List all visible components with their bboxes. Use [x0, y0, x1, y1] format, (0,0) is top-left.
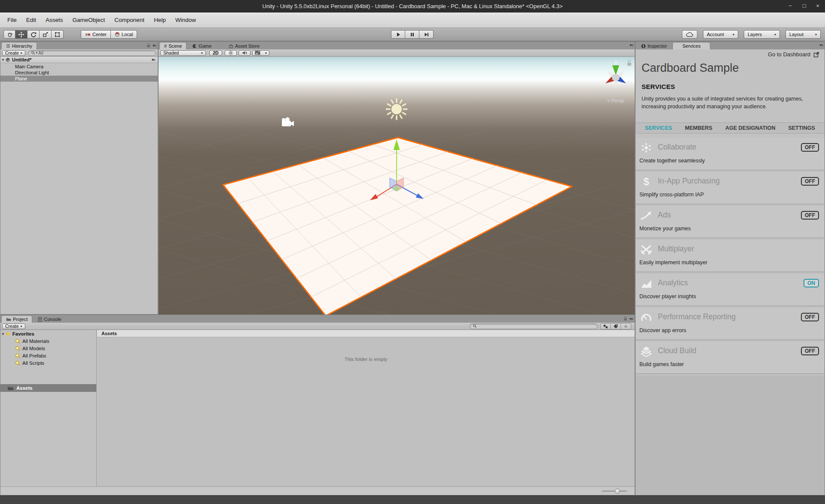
service-card-performance-reporting[interactable]: Performance Reporting OFF Discover app e… [636, 308, 825, 339]
lock-icon[interactable] [147, 43, 150, 48]
assets-folder-row[interactable]: Assets [0, 384, 96, 392]
nav-tab-members[interactable]: MEMBERS [685, 125, 712, 131]
scene-audio-toggle[interactable] [238, 50, 251, 56]
scene-3d-view[interactable]: y x z < Persp [159, 57, 635, 315]
scene-viewport[interactable]: y x z < Persp [159, 57, 635, 315]
service-status-badge[interactable]: OFF [801, 347, 819, 355]
multiplayer-icon [640, 244, 653, 255]
service-card-multiplayer[interactable]: Multiplayer Easily implement multiplayer [636, 240, 825, 272]
favorites-item-all-materials[interactable]: All Materials [0, 338, 96, 345]
service-name: Cloud Build [658, 346, 697, 355]
hierarchy-item-plane[interactable]: Plane [0, 76, 158, 82]
panel-menu-icon[interactable]: ▾≡ [629, 43, 633, 47]
inspector-tabstrip: Inspector Services ▾≡ [636, 42, 825, 49]
menu-window[interactable]: Window [171, 12, 201, 27]
service-card-collaborate[interactable]: Collaborate OFF Create together seamless… [636, 138, 825, 170]
service-card-iap[interactable]: $ In-App Purchasing OFF Simplify cross-p… [636, 172, 825, 204]
layers-dropdown[interactable]: Layers ▾ [744, 30, 780, 39]
menu-assets[interactable]: Assets [41, 12, 68, 27]
nav-tab-age-designation[interactable]: AGE DESIGNATION [725, 125, 775, 131]
chevron-down-icon: ▾ [21, 324, 22, 328]
scene-lighting-toggle[interactable] [225, 50, 237, 56]
go-to-dashboard-link[interactable]: Go to Dashboard [768, 51, 819, 58]
project-search-input[interactable] [470, 324, 598, 329]
favorites-filter-button[interactable]: ★ [621, 323, 631, 330]
filter-by-label-button[interactable] [611, 323, 621, 330]
chevron-down-icon: ▾ [21, 51, 22, 55]
2d-toggle-button[interactable]: 2D [209, 50, 222, 56]
service-status-badge[interactable]: OFF [801, 177, 819, 186]
scene-effects-dropdown[interactable]: ▾ [252, 50, 269, 56]
local-pivot-icon [115, 32, 120, 37]
hierarchy-item-main-camera[interactable]: Main Camera [0, 64, 158, 70]
menu-gameobject[interactable]: GameObject [68, 12, 110, 27]
perspective-label[interactable]: < Persp [607, 98, 624, 103]
account-dropdown[interactable]: Account ▾ [703, 30, 738, 39]
rect-tool-button[interactable] [52, 30, 64, 39]
tab-inspector[interactable]: Inspector [636, 42, 672, 49]
layout-dropdown[interactable]: Layout ▾ [785, 30, 821, 39]
disclosure-triangle-icon[interactable]: ▼ [0, 330, 6, 338]
nav-tab-services[interactable]: SERVICES [645, 125, 672, 131]
pivot-center-button[interactable]: Center [81, 30, 111, 39]
step-button[interactable] [419, 30, 434, 39]
shading-mode-dropdown[interactable]: Shaded ▾ [160, 50, 206, 56]
move-tool-button[interactable] [15, 30, 28, 39]
orientation-gizmo-cube[interactable] [612, 74, 619, 81]
hierarchy-item-directional-light[interactable]: Directional Light [0, 70, 158, 76]
favorites-item-all-prefabs[interactable]: All Prefabs [0, 352, 96, 360]
service-card-cloud-build[interactable]: Cloud Build OFF Build games faster [636, 342, 825, 373]
tab-project[interactable]: Project [1, 315, 32, 323]
tab-scene[interactable]: # Scene [159, 42, 186, 49]
tab-console[interactable]: Console [33, 315, 66, 323]
menu-file[interactable]: File [3, 12, 21, 27]
hierarchy-create-button[interactable]: Create ▾ [2, 50, 25, 56]
service-card-analytics[interactable]: Analytics ON Discover player insights [636, 274, 825, 305]
service-status-badge[interactable]: OFF [801, 211, 819, 220]
rotate-tool-button[interactable] [28, 30, 40, 39]
service-status-badge[interactable]: OFF [801, 143, 819, 152]
project-create-button[interactable]: Create ▾ [2, 324, 25, 329]
assets-folder-label: Assets [16, 385, 33, 391]
nav-tab-settings[interactable]: SETTINGS [788, 125, 815, 131]
favorites-item-all-scripts[interactable]: All Scripts [0, 360, 96, 367]
lock-icon[interactable] [623, 316, 627, 321]
hierarchy-tab-label: Hierarchy [12, 43, 32, 49]
playmode-controls [391, 30, 434, 39]
pause-button[interactable] [405, 30, 419, 39]
service-status-badge[interactable]: OFF [801, 313, 819, 321]
panel-menu-icon[interactable]: ▾≡ [629, 317, 633, 321]
service-status-badge[interactable]: ON [804, 279, 819, 287]
in-app-purchasing-icon: $ [640, 176, 653, 187]
go-to-dashboard-label: Go to Dashboard [768, 51, 810, 58]
project-assets-column[interactable]: Assets This folder is empty [97, 330, 635, 486]
tab-game[interactable]: Game [187, 42, 216, 49]
menu-help[interactable]: Help [149, 12, 171, 27]
panel-menu-icon[interactable]: ▾≡ [819, 43, 823, 47]
hand-tool-button[interactable] [3, 30, 15, 39]
play-button[interactable] [391, 30, 405, 39]
panel-menu-icon[interactable]: ▾≡ [153, 43, 156, 48]
cloud-services-button[interactable] [682, 30, 697, 39]
minimize-button[interactable]: − [784, 0, 797, 12]
icon-size-slider-knob[interactable] [615, 489, 620, 494]
maximize-button[interactable]: □ [798, 0, 811, 12]
favorites-header[interactable]: ▼ ★ Favorites [0, 330, 96, 338]
filter-by-type-button[interactable] [600, 323, 611, 330]
tab-services[interactable]: Services [672, 42, 710, 49]
menu-component[interactable]: Component [110, 12, 149, 27]
hierarchy-search-input[interactable]: ▾ All [28, 50, 156, 56]
pivot-local-button[interactable]: Local [111, 30, 137, 39]
service-card-ads[interactable]: Ads OFF Monetize your games [636, 206, 825, 238]
hierarchy-scene-header[interactable]: ▼ Untitled* ▾≡ [0, 57, 158, 63]
close-button[interactable]: × [811, 0, 824, 12]
icon-size-slider-track[interactable] [602, 491, 627, 492]
favorites-item-all-models[interactable]: All Models [0, 345, 96, 352]
menu-edit[interactable]: Edit [21, 12, 41, 27]
disclosure-triangle-icon[interactable]: ▼ [0, 58, 6, 62]
scene-context-menu-icon[interactable]: ▾≡ [152, 58, 155, 62]
scale-tool-button[interactable] [40, 30, 52, 39]
assets-breadcrumb[interactable]: Assets [97, 330, 635, 337]
tab-hierarchy[interactable]: Hierarchy [1, 42, 37, 49]
tab-asset-store[interactable]: Asset Store [224, 42, 264, 49]
